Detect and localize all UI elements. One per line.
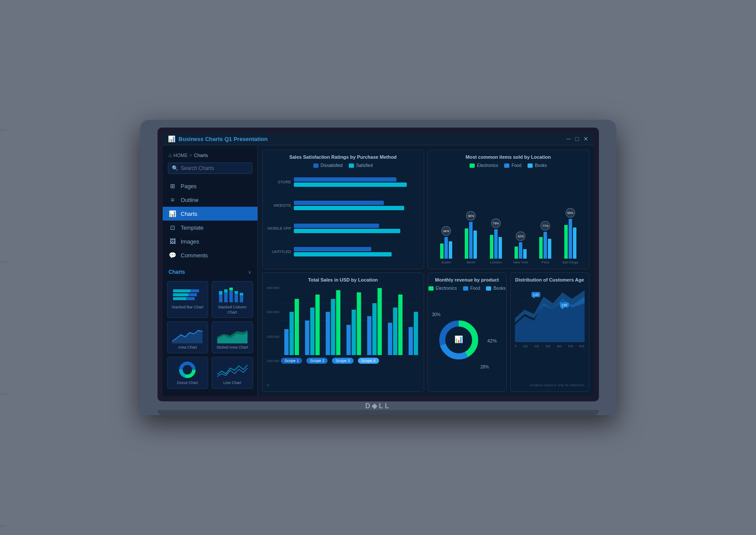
svg-rect-43: [393, 308, 398, 355]
ylabel-100k: 100,000: [267, 359, 280, 363]
svg-rect-9: [224, 289, 228, 292]
sidebar-item-images[interactable]: 🖼 Images: [163, 234, 257, 248]
bar-row-website: WEBSITE: [267, 201, 419, 210]
ylabel-0: 0: [267, 383, 280, 387]
charts-section-header[interactable]: Charts ∨: [163, 266, 257, 278]
ylabel-400k: 400,000: [267, 286, 280, 290]
legend-label-electronics: Electronics: [477, 163, 498, 168]
thumb-line[interactable]: Line Chart: [212, 357, 253, 389]
x-400: 400: [557, 345, 562, 348]
sidebar-item-charts[interactable]: 📊 Charts: [163, 207, 257, 221]
search-input[interactable]: [181, 165, 248, 171]
thumb-area[interactable]: Area Chart: [167, 321, 209, 353]
bar-dissatisfied-untitled: [294, 247, 372, 251]
charts-icon: 📊: [169, 210, 177, 217]
bottom-row: Monthly revenue by product Electronics: [428, 272, 589, 392]
sidebar-item-pages[interactable]: ⊞ Pages: [163, 179, 257, 193]
svg-rect-28: [290, 312, 294, 355]
thumb-label-stacked-column: Stacked Column Chart: [215, 305, 250, 315]
bar-label-mobile: MOBILE APP: [267, 226, 291, 231]
svg-rect-45: [409, 327, 413, 355]
svg-rect-27: [284, 329, 289, 355]
laptop-base: D◆LL: [158, 401, 599, 410]
vgroup-austin: 64% Austin: [435, 226, 458, 264]
breadcrumb-home[interactable]: HOME: [174, 153, 188, 158]
svg-rect-39: [367, 316, 372, 355]
vbar-food-london: [494, 229, 498, 259]
donut-svg: 📊: [437, 318, 480, 362]
thumb-donut[interactable]: Donut Chart: [167, 357, 209, 389]
chart5-body: 80% 60% 40% 20%: [515, 286, 585, 387]
badge-austin: 64%: [441, 226, 451, 236]
badge-berlin: 90%: [466, 211, 476, 221]
label-paris: Paris: [541, 260, 549, 264]
screen-bezel: 📊 Business Charts Q1 Presentation ─ □ ✕: [158, 128, 599, 401]
vbars-sandiego: [564, 219, 576, 259]
legend-color-dissatisfied: [313, 163, 318, 168]
legend-color-satisfied: [349, 163, 354, 168]
vgroup-sandiego: 95% San Diego: [559, 208, 582, 264]
dashboard-grid: Sales Satisfaction Ratings by Purchase M…: [262, 150, 589, 392]
legend4-color-food: [463, 286, 468, 291]
bar-label-store: STORE: [267, 180, 291, 184]
template-icon: ⊡: [169, 224, 177, 231]
scope4: Scope 4: [358, 358, 379, 364]
legend-color-electronics: [470, 163, 475, 168]
legend4-color-books: [486, 286, 491, 291]
sidebar-item-comments[interactable]: 💬 Comments: [163, 248, 257, 262]
svg-rect-7: [219, 291, 222, 295]
minimize-button[interactable]: ─: [566, 135, 571, 142]
thumb-stacked-bar[interactable]: Stacked Bar Chart: [167, 281, 209, 318]
vbar-electronics-austin: [440, 243, 444, 259]
svg-rect-44: [399, 295, 403, 355]
vgroup-berlin: 90% Berlin: [460, 211, 483, 264]
legend-books: Books: [528, 163, 547, 168]
chart2-bars: 64% Austin: [432, 171, 585, 264]
images-icon: 🖼: [169, 238, 177, 245]
sidebar-item-outline[interactable]: ≡ Outline: [163, 193, 257, 207]
vbars-berlin: [465, 222, 477, 259]
svg-rect-33: [326, 312, 330, 355]
bar-dissatisfied-mobile: [294, 224, 379, 228]
sidebar-label-charts: Charts: [181, 211, 197, 217]
chart-total-sales: Total Sales in USD by Location 400,000 3…: [262, 272, 424, 392]
svg-rect-8: [224, 292, 228, 302]
chart5-xaxis: 0 100 200 300 400 500 600: [515, 344, 585, 348]
ylabel-200k: 200,000: [267, 335, 280, 339]
chart3-plot: Scope 1 Scope 2 Scope 3 Scope 4: [281, 286, 419, 387]
svg-rect-35: [336, 290, 341, 355]
sidebar-item-template[interactable]: ⊡ Template: [163, 221, 257, 234]
window-controls: ─ □ ✕: [566, 135, 588, 142]
maximize-button[interactable]: □: [575, 135, 579, 142]
x-600: 600: [579, 345, 585, 348]
bar-satisfied-store: [294, 183, 407, 187]
bar-satisfied-mobile: [294, 229, 401, 233]
svg-text:6,455: 6,455: [533, 293, 538, 296]
legend-label-food: Food: [512, 163, 521, 168]
thumb-label-line: Line Chart: [223, 381, 241, 386]
bar-satisfied-untitled: [294, 252, 392, 256]
svg-rect-41: [378, 288, 382, 355]
sidebar: ⌂ HOME > Charts 🔍 ⊞ Pages: [163, 145, 258, 396]
breadcrumb-sep: >: [190, 153, 192, 158]
chart3-svg: [281, 286, 419, 355]
laptop-bottom: [158, 410, 599, 415]
ylabel-300k: 300,000: [267, 310, 280, 314]
chart-common-items: Most common items sold by Location Elect…: [428, 150, 589, 269]
legend-label-books: Books: [535, 163, 547, 168]
main-content: Sales Satisfaction Ratings by Purchase M…: [258, 145, 594, 396]
thumb-stacked-column[interactable]: Stacked Column Chart: [212, 281, 253, 318]
vbars-newyork: [515, 242, 527, 259]
close-button[interactable]: ✕: [583, 135, 589, 142]
svg-rect-5: [173, 297, 186, 300]
svg-marker-18: [217, 330, 248, 343]
app-icon: 📊: [168, 135, 175, 142]
badge-sandiego: 95%: [566, 208, 575, 218]
label-berlin: Berlin: [466, 260, 475, 264]
chart4-title: Monthly revenue by product: [432, 277, 502, 282]
thumb-stacked-area[interactable]: Stcked Area Chart: [212, 321, 253, 353]
svg-rect-6: [219, 295, 222, 302]
vbars-austin: [440, 237, 452, 259]
svg-rect-11: [229, 288, 233, 290]
chart3-title: Total Sales in USD by Location: [267, 277, 419, 282]
